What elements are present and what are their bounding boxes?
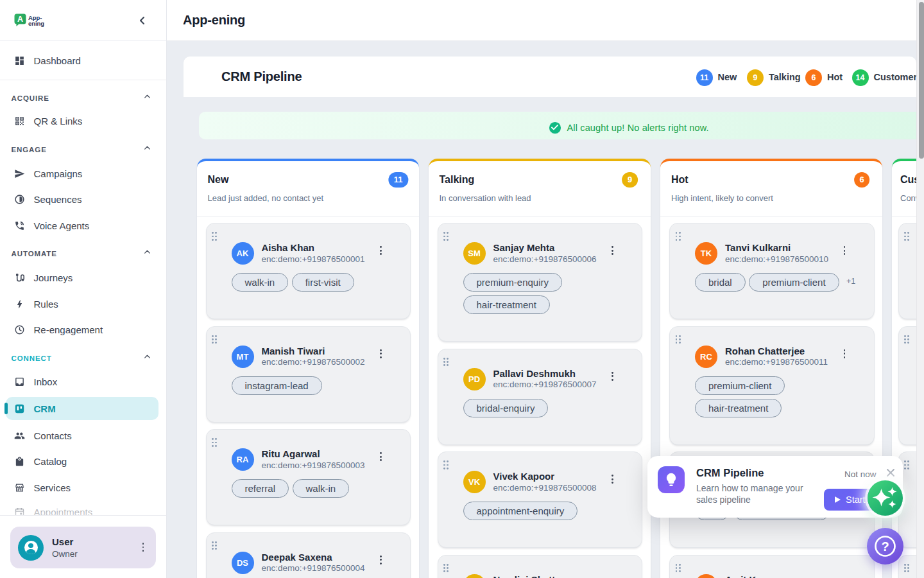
svg-text:?: ? [881, 539, 889, 554]
svg-text:A: A [17, 15, 23, 24]
